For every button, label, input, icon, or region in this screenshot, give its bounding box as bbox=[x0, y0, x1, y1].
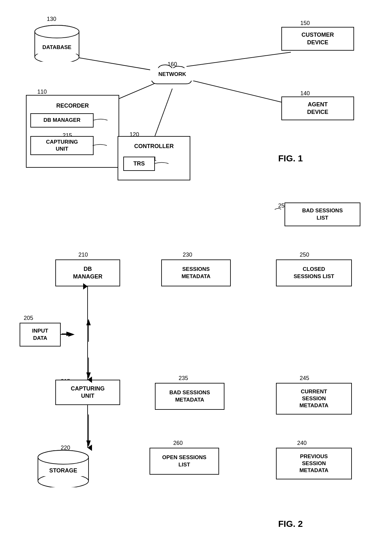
svg-line-1 bbox=[187, 52, 291, 66]
ref-arrow-215 bbox=[91, 142, 110, 150]
closed-sessions-list-box: CLOSEDSESSIONS LIST bbox=[276, 259, 352, 286]
ref-110: 110 bbox=[37, 89, 47, 95]
agent-device-box: AGENTDEVICE bbox=[281, 97, 354, 120]
ref-150: 150 bbox=[300, 20, 310, 27]
ref-arrow-255 bbox=[273, 206, 283, 214]
ref-arrow-210 bbox=[92, 116, 111, 124]
ref-140: 140 bbox=[300, 90, 310, 97]
database-label: DATABASE bbox=[36, 41, 77, 54]
storage-label: STORAGE bbox=[40, 465, 87, 476]
ref-240: 240 bbox=[297, 440, 307, 446]
diagram-container: 130 DATABASE 160 NETWORK 150 CUSTOMERDEV… bbox=[0, 0, 392, 549]
open-sessions-list-box: OPEN SESSIONSLIST bbox=[150, 448, 219, 475]
db-manager-box-fig2: DBMANAGER bbox=[55, 259, 120, 286]
svg-line-4 bbox=[155, 89, 172, 136]
capturing-unit-box-fig1: CAPTURINGUNIT bbox=[30, 136, 94, 155]
recorder-label: RECORDER bbox=[29, 99, 116, 113]
ref-210-fig2: 210 bbox=[78, 252, 88, 258]
capturing-unit-box-fig2: CAPTURINGUNIT bbox=[55, 380, 120, 405]
controller-label: CONTROLLER bbox=[121, 139, 187, 153]
current-session-metadata-box: CURRENTSESSIONMETADATA bbox=[276, 383, 352, 415]
trs-box: TRS bbox=[123, 157, 155, 171]
sessions-metadata-box: SESSIONSMETADATA bbox=[161, 259, 231, 286]
network-label: NETWORK bbox=[150, 68, 194, 81]
ref-arrow-121 bbox=[153, 160, 172, 168]
svg-point-16 bbox=[35, 25, 79, 38]
bad-sessions-metadata-box: BAD SESSIONSMETADATA bbox=[155, 383, 224, 410]
svg-point-21 bbox=[38, 450, 89, 464]
fig1-label: FIG. 1 bbox=[278, 153, 303, 164]
svg-line-2 bbox=[193, 81, 291, 104]
input-data-box: INPUTDATA bbox=[20, 323, 61, 346]
previous-session-metadata-box: PREVIOUSSESSIONMETADATA bbox=[276, 448, 352, 479]
ref-230: 230 bbox=[183, 252, 192, 258]
fig2-label: FIG. 2 bbox=[278, 519, 303, 529]
ref-130: 130 bbox=[47, 16, 56, 22]
ref-260: 260 bbox=[173, 440, 183, 446]
customer-device-box: CUSTOMERDEVICE bbox=[281, 27, 354, 51]
db-manager-box-fig1: DB MANAGER bbox=[30, 113, 94, 128]
ref-250: 250 bbox=[300, 252, 309, 258]
ref-235: 235 bbox=[179, 375, 188, 382]
ref-205: 205 bbox=[24, 315, 33, 321]
bad-sessions-list-box: BAD SESSIONSLIST bbox=[285, 203, 360, 226]
ref-245: 245 bbox=[300, 375, 309, 382]
